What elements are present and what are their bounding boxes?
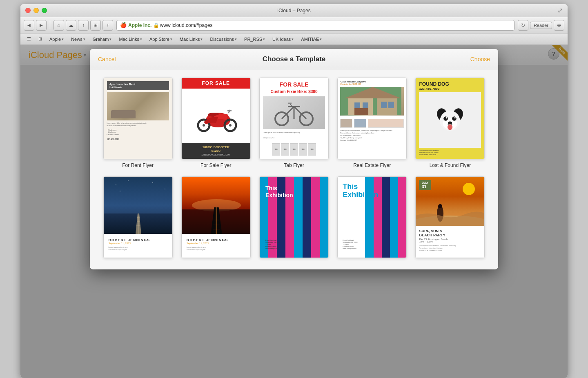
rent-body: Lorem ipsum dolor sit amet, consectetur … bbox=[107, 122, 169, 141]
template-thumb-for-rent: Apartment for Rent$1400/Month Lorem ipsu… bbox=[103, 78, 173, 159]
prrss-arrow: ▾ bbox=[263, 37, 265, 41]
jen2-body: Lorem ipsum dolor sit ametconsectetur ad… bbox=[187, 246, 245, 251]
jen1-name: ROBERT JENNINGS bbox=[109, 238, 167, 242]
beach-title: SURF, SUN &BEACH PARTY bbox=[419, 229, 481, 237]
reader-button[interactable]: Reader bbox=[530, 22, 552, 29]
lost-image bbox=[419, 92, 481, 148]
lost-preview: FOUND DOG 123-456-7890 bbox=[416, 78, 484, 159]
address-bar[interactable]: 🍎 Apple Inc. 🔒 www.icloud.com/#pages bbox=[116, 20, 514, 31]
close-button[interactable] bbox=[25, 8, 31, 13]
template-item-beach-party[interactable]: JULY31 SURF, SUN &BEACH PARTY Pier 23, H… bbox=[414, 176, 486, 261]
add-button[interactable]: + bbox=[102, 20, 113, 31]
tab-1: $300 bbox=[272, 143, 280, 156]
bookmark-grid[interactable]: ⊞ bbox=[35, 36, 45, 42]
beach-body: SURF, SUN &BEACH PARTY Pier 23, Huntingt… bbox=[416, 226, 484, 258]
modal-header: Cancel Choose a Template Choose bbox=[90, 49, 498, 69]
tab-3: $300 bbox=[290, 143, 298, 156]
tab-title: FOR SALE bbox=[280, 81, 309, 88]
home-button[interactable]: ⌂ bbox=[53, 20, 64, 31]
back-button[interactable]: ◀ bbox=[24, 20, 34, 31]
window-resize-icon[interactable]: ⤢ bbox=[557, 7, 563, 14]
bike-icon bbox=[274, 98, 314, 127]
bookmark-graham[interactable]: Graham ▾ bbox=[89, 36, 115, 42]
jen2-text: ROBERT JENNINGS September 11, 2013 Lorem… bbox=[182, 234, 250, 258]
jennings2-preview: ROBERT JENNINGS September 11, 2013 Lorem… bbox=[182, 177, 250, 258]
window-title: iCloud – Pages bbox=[277, 8, 310, 13]
svg-point-5 bbox=[229, 124, 232, 127]
appstore-bookmark-label: App Store bbox=[149, 37, 169, 42]
exhibition2-preview: ThisExhibition Event Subhead September 1… bbox=[338, 177, 406, 258]
maximize-button[interactable] bbox=[42, 8, 47, 13]
ex1-title: ThisExhibition bbox=[265, 185, 293, 199]
template-item-exhibition1[interactable]: ThisExhibition Event Subhead September 1… bbox=[258, 176, 330, 261]
template-item-lost-found[interactable]: FOUND DOG 123-456-7890 bbox=[414, 78, 486, 168]
bookmark-maclinks1[interactable]: Mac Links ▾ bbox=[116, 36, 145, 42]
template-label-tab-flyer: Tab Flyer bbox=[284, 162, 304, 168]
beach-info: Lorem ipsum dolor sit amet, consectetur … bbox=[419, 245, 481, 252]
svg-rect-21 bbox=[354, 108, 368, 115]
rent-header: Apartment for Rent$1400/Month bbox=[107, 81, 169, 90]
qr-button[interactable]: ⊞ bbox=[90, 20, 101, 31]
template-thumb-exhibition1: ThisExhibition Event Subhead September 1… bbox=[259, 176, 329, 258]
re-photos bbox=[340, 119, 404, 128]
bookmark-prrss[interactable]: PR_RSS ▾ bbox=[241, 36, 268, 42]
modal-overlay: Cancel Choose a Template Choose Apartmen… bbox=[20, 45, 568, 378]
bookmark-ukideas[interactable]: UK Ideas ▾ bbox=[269, 36, 297, 42]
ex1-body: Event Subhead September 11, 2013 7–10pm … bbox=[265, 239, 280, 249]
bookmark-maclinks2[interactable]: Mac Links ▾ bbox=[176, 36, 206, 42]
tab-image bbox=[263, 96, 325, 129]
jen2-image bbox=[182, 177, 250, 234]
svg-point-29 bbox=[444, 116, 448, 121]
bookmark-news[interactable]: News ▾ bbox=[68, 36, 89, 42]
ex2-title-block: ThisExhibition bbox=[343, 183, 378, 199]
discussions-bookmark-label: Discussions bbox=[210, 37, 234, 42]
choose-button[interactable]: Choose bbox=[470, 56, 490, 62]
news-arrow: ▾ bbox=[83, 37, 85, 41]
re-body: Lorem ipsum dolor sit amet, consectetur … bbox=[340, 129, 404, 156]
svg-rect-19 bbox=[354, 102, 360, 109]
apple-arrow: ▾ bbox=[62, 37, 64, 41]
jen1-body: Lorem ipsum dolor sit ametconsectetur ad… bbox=[109, 246, 167, 251]
graham-arrow: ▾ bbox=[109, 37, 111, 41]
extensions-button[interactable]: ⊕ bbox=[554, 20, 564, 31]
template-item-for-sale[interactable]: FOR SALE bbox=[180, 78, 252, 168]
template-thumb-lost-found: FOUND DOG 123-456-7890 bbox=[415, 78, 485, 159]
bar-navy2 bbox=[303, 177, 311, 258]
bookmark-appstore[interactable]: App Store ▾ bbox=[146, 36, 176, 42]
sunset-dock-icon bbox=[182, 177, 250, 234]
template-label-real-estate: Real Estate Flyer bbox=[353, 162, 391, 168]
bookmark-amitiae[interactable]: AMITIAE ▾ bbox=[298, 36, 325, 42]
bookmarks-bar: ☰ ⊞ Apple ▾ News ▾ Graham ▾ Mac Links ▾ … bbox=[20, 33, 568, 45]
minimize-button[interactable] bbox=[33, 8, 39, 13]
forward-button[interactable]: ▶ bbox=[36, 20, 47, 31]
svg-point-30 bbox=[452, 116, 457, 121]
template-item-jennings1[interactable]: ROBERT JENNINGS September 11, 2013 Lorem… bbox=[102, 176, 174, 261]
appstore-arrow: ▾ bbox=[170, 37, 172, 41]
sale-footer: 100CC SCOOTER$1200 123.REPLACEEXAMPLE.CO… bbox=[182, 143, 250, 159]
template-item-tab-flyer[interactable]: FOR SALE Custom Fixie Bike: $300 bbox=[258, 78, 330, 168]
bookmark-apple[interactable]: Apple ▾ bbox=[46, 36, 67, 42]
template-item-real-estate[interactable]: 4321 First Street, Anytown Curabitur leo… bbox=[336, 78, 408, 168]
template-item-for-rent[interactable]: Apartment for Rent$1400/Month Lorem ipsu… bbox=[102, 78, 174, 168]
bar-pink3 bbox=[311, 177, 320, 258]
tab-body: Lorem ipsum dolor sit amet, consectetur … bbox=[263, 131, 325, 139]
refresh-button[interactable]: ↻ bbox=[518, 20, 528, 31]
exhibition1-preview: ThisExhibition Event Subhead September 1… bbox=[260, 177, 328, 258]
icloud-button[interactable]: ☁ bbox=[66, 20, 76, 31]
apple-bookmark-label: Apple bbox=[49, 37, 61, 42]
bookmark-discussions[interactable]: Discussions ▾ bbox=[207, 36, 240, 42]
amitiae-arrow: ▾ bbox=[320, 37, 322, 41]
bookmark-sidebar[interactable]: ☰ bbox=[24, 36, 34, 42]
tab-4: $300 bbox=[299, 143, 307, 156]
maclinks2-arrow: ▾ bbox=[200, 37, 203, 41]
template-item-exhibition2[interactable]: ThisExhibition Event Subhead September 1… bbox=[336, 176, 408, 261]
cancel-button[interactable]: Cancel bbox=[98, 56, 116, 62]
jen1-text: ROBERT JENNINGS September 11, 2013 Lorem… bbox=[104, 234, 172, 258]
news-bookmark-label: News bbox=[71, 37, 82, 42]
maclinks1-bookmark-label: Mac Links bbox=[119, 37, 139, 42]
ex2-title: ThisExhibition bbox=[343, 183, 378, 199]
template-modal: Cancel Choose a Template Choose Apartmen… bbox=[90, 49, 498, 269]
share-button[interactable]: ↑ bbox=[78, 20, 89, 31]
template-item-jennings2[interactable]: ROBERT JENNINGS September 11, 2013 Lorem… bbox=[180, 176, 252, 261]
title-bar: iCloud – Pages ⤢ bbox=[20, 4, 568, 17]
